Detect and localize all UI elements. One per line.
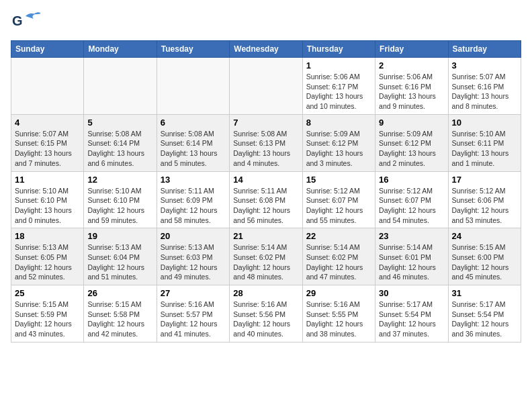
day-number: 28 [233, 288, 298, 298]
day-header-sunday: Sunday [11, 41, 84, 58]
day-number: 20 [161, 231, 226, 241]
calendar-cell: 15Sunrise: 5:12 AMSunset: 6:07 PMDayligh… [302, 171, 375, 228]
day-sun-info: Sunrise: 5:11 AMSunset: 6:08 PMDaylight:… [233, 186, 298, 226]
calendar-table: SundayMondayTuesdayWednesdayThursdayFrid… [11, 40, 521, 342]
day-sun-info: Sunrise: 5:08 AMSunset: 6:14 PMDaylight:… [161, 129, 226, 169]
day-sun-info: Sunrise: 5:15 AMSunset: 5:59 PMDaylight:… [15, 300, 80, 339]
calendar-cell: 1Sunrise: 5:06 AMSunset: 6:17 PMDaylight… [302, 58, 375, 115]
calendar-week-row: 25Sunrise: 5:15 AMSunset: 5:59 PMDayligh… [11, 285, 521, 342]
day-header-thursday: Thursday [302, 41, 375, 58]
day-number: 18 [15, 231, 80, 241]
day-number: 17 [452, 175, 517, 185]
day-number: 27 [161, 288, 226, 298]
day-number: 8 [306, 118, 371, 128]
day-sun-info: Sunrise: 5:10 AMSunset: 6:10 PMDaylight:… [15, 186, 80, 226]
calendar-cell [157, 58, 229, 115]
day-sun-info: Sunrise: 5:13 AMSunset: 6:03 PMDaylight:… [161, 242, 226, 282]
day-sun-info: Sunrise: 5:06 AMSunset: 6:17 PMDaylight:… [306, 72, 371, 111]
calendar-cell: 20Sunrise: 5:13 AMSunset: 6:03 PMDayligh… [157, 228, 229, 285]
calendar-cell: 4Sunrise: 5:07 AMSunset: 6:15 PMDaylight… [11, 114, 84, 171]
day-number: 19 [87, 231, 152, 241]
day-sun-info: Sunrise: 5:08 AMSunset: 6:13 PMDaylight:… [233, 129, 298, 169]
calendar-cell: 11Sunrise: 5:10 AMSunset: 6:10 PMDayligh… [11, 171, 84, 228]
logo-icon: G [11, 11, 40, 35]
calendar-cell: 31Sunrise: 5:17 AMSunset: 5:54 PMDayligh… [448, 285, 521, 342]
calendar-cell: 28Sunrise: 5:16 AMSunset: 5:56 PMDayligh… [230, 285, 302, 342]
day-sun-info: Sunrise: 5:08 AMSunset: 6:14 PMDaylight:… [87, 129, 152, 169]
logo: G [11, 11, 43, 35]
calendar-header-row: SundayMondayTuesdayWednesdayThursdayFrid… [11, 41, 521, 58]
day-sun-info: Sunrise: 5:10 AMSunset: 6:11 PMDaylight:… [452, 129, 517, 169]
day-sun-info: Sunrise: 5:13 AMSunset: 6:05 PMDaylight:… [15, 242, 80, 282]
calendar-cell: 5Sunrise: 5:08 AMSunset: 6:14 PMDaylight… [84, 114, 157, 171]
day-number: 25 [15, 288, 80, 298]
day-sun-info: Sunrise: 5:16 AMSunset: 5:56 PMDaylight:… [233, 300, 298, 339]
day-number: 14 [233, 175, 298, 185]
day-number: 7 [233, 118, 298, 128]
calendar-cell: 10Sunrise: 5:10 AMSunset: 6:11 PMDayligh… [448, 114, 521, 171]
calendar-cell: 6Sunrise: 5:08 AMSunset: 6:14 PMDaylight… [157, 114, 229, 171]
calendar-cell [11, 58, 84, 115]
calendar-cell: 16Sunrise: 5:12 AMSunset: 6:07 PMDayligh… [375, 171, 448, 228]
calendar-cell: 14Sunrise: 5:11 AMSunset: 6:08 PMDayligh… [230, 171, 302, 228]
day-sun-info: Sunrise: 5:16 AMSunset: 5:57 PMDaylight:… [161, 300, 226, 339]
calendar-cell: 19Sunrise: 5:13 AMSunset: 6:04 PMDayligh… [84, 228, 157, 285]
day-sun-info: Sunrise: 5:09 AMSunset: 6:12 PMDaylight:… [306, 129, 371, 169]
day-sun-info: Sunrise: 5:15 AMSunset: 5:58 PMDaylight:… [87, 300, 152, 339]
calendar-week-row: 4Sunrise: 5:07 AMSunset: 6:15 PMDaylight… [11, 114, 521, 171]
calendar-cell: 22Sunrise: 5:14 AMSunset: 6:02 PMDayligh… [302, 228, 375, 285]
day-number: 21 [233, 231, 298, 241]
day-sun-info: Sunrise: 5:14 AMSunset: 6:02 PMDaylight:… [233, 242, 298, 282]
day-number: 13 [161, 175, 226, 185]
day-sun-info: Sunrise: 5:12 AMSunset: 6:06 PMDaylight:… [452, 186, 517, 226]
day-header-friday: Friday [375, 41, 448, 58]
day-sun-info: Sunrise: 5:15 AMSunset: 6:00 PMDaylight:… [452, 242, 517, 282]
day-number: 24 [452, 231, 517, 241]
day-number: 10 [452, 118, 517, 128]
calendar-cell: 25Sunrise: 5:15 AMSunset: 5:59 PMDayligh… [11, 285, 84, 342]
day-header-monday: Monday [84, 41, 157, 58]
day-sun-info: Sunrise: 5:17 AMSunset: 5:54 PMDaylight:… [379, 300, 444, 339]
day-sun-info: Sunrise: 5:14 AMSunset: 6:02 PMDaylight:… [306, 242, 371, 282]
calendar-cell: 21Sunrise: 5:14 AMSunset: 6:02 PMDayligh… [230, 228, 302, 285]
header: G [11, 11, 521, 35]
day-number: 26 [87, 288, 152, 298]
calendar-cell: 9Sunrise: 5:09 AMSunset: 6:12 PMDaylight… [375, 114, 448, 171]
calendar-cell: 17Sunrise: 5:12 AMSunset: 6:06 PMDayligh… [448, 171, 521, 228]
day-sun-info: Sunrise: 5:17 AMSunset: 5:54 PMDaylight:… [452, 300, 517, 339]
calendar-cell: 26Sunrise: 5:15 AMSunset: 5:58 PMDayligh… [84, 285, 157, 342]
calendar-week-row: 11Sunrise: 5:10 AMSunset: 6:10 PMDayligh… [11, 171, 521, 228]
day-header-saturday: Saturday [448, 41, 521, 58]
day-number: 6 [161, 118, 226, 128]
day-sun-info: Sunrise: 5:13 AMSunset: 6:04 PMDaylight:… [87, 242, 152, 282]
day-sun-info: Sunrise: 5:07 AMSunset: 6:16 PMDaylight:… [452, 72, 517, 111]
calendar-cell: 12Sunrise: 5:10 AMSunset: 6:10 PMDayligh… [84, 171, 157, 228]
day-number: 23 [379, 231, 444, 241]
day-sun-info: Sunrise: 5:11 AMSunset: 6:09 PMDaylight:… [161, 186, 226, 226]
calendar-cell: 24Sunrise: 5:15 AMSunset: 6:00 PMDayligh… [448, 228, 521, 285]
day-number: 15 [306, 175, 371, 185]
day-sun-info: Sunrise: 5:06 AMSunset: 6:16 PMDaylight:… [379, 72, 444, 111]
day-sun-info: Sunrise: 5:14 AMSunset: 6:01 PMDaylight:… [379, 242, 444, 282]
calendar-cell: 27Sunrise: 5:16 AMSunset: 5:57 PMDayligh… [157, 285, 229, 342]
calendar-cell: 8Sunrise: 5:09 AMSunset: 6:12 PMDaylight… [302, 114, 375, 171]
calendar-cell: 29Sunrise: 5:16 AMSunset: 5:55 PMDayligh… [302, 285, 375, 342]
calendar-week-row: 18Sunrise: 5:13 AMSunset: 6:05 PMDayligh… [11, 228, 521, 285]
day-sun-info: Sunrise: 5:12 AMSunset: 6:07 PMDaylight:… [306, 186, 371, 226]
calendar-cell: 18Sunrise: 5:13 AMSunset: 6:05 PMDayligh… [11, 228, 84, 285]
day-sun-info: Sunrise: 5:16 AMSunset: 5:55 PMDaylight:… [306, 300, 371, 339]
day-number: 30 [379, 288, 444, 298]
day-header-wednesday: Wednesday [230, 41, 302, 58]
day-sun-info: Sunrise: 5:10 AMSunset: 6:10 PMDaylight:… [87, 186, 152, 226]
day-number: 9 [379, 118, 444, 128]
calendar-cell: 3Sunrise: 5:07 AMSunset: 6:16 PMDaylight… [448, 58, 521, 115]
day-number: 1 [306, 60, 371, 71]
calendar-cell: 30Sunrise: 5:17 AMSunset: 5:54 PMDayligh… [375, 285, 448, 342]
calendar-cell: 13Sunrise: 5:11 AMSunset: 6:09 PMDayligh… [157, 171, 229, 228]
day-number: 22 [306, 231, 371, 241]
day-number: 2 [379, 60, 444, 71]
calendar-week-row: 1Sunrise: 5:06 AMSunset: 6:17 PMDaylight… [11, 58, 521, 115]
day-sun-info: Sunrise: 5:12 AMSunset: 6:07 PMDaylight:… [379, 186, 444, 226]
day-sun-info: Sunrise: 5:07 AMSunset: 6:15 PMDaylight:… [15, 129, 80, 169]
day-number: 12 [87, 175, 152, 185]
